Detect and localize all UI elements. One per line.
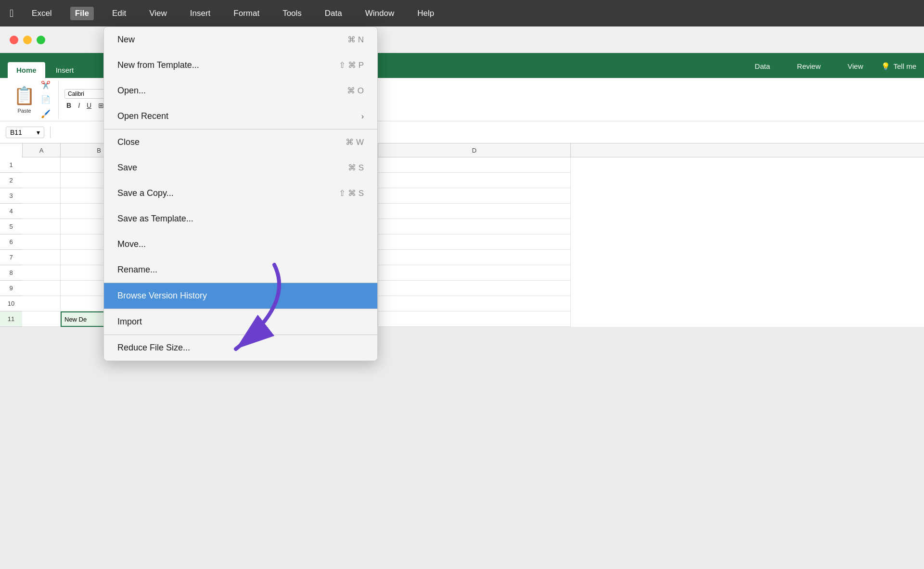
italic-button[interactable]: I: [76, 101, 82, 110]
menubar-help[interactable]: Help: [412, 7, 439, 20]
cell-d10[interactable]: [378, 296, 571, 311]
cell-a7[interactable]: [22, 250, 61, 265]
tab-review[interactable]: Review: [788, 58, 829, 74]
cell-a10[interactable]: [22, 296, 61, 311]
menu-item-save-copy[interactable]: Save a Copy... ⇧ ⌘ S: [104, 181, 377, 206]
traffic-lights: [10, 36, 45, 44]
row-num-7: 7: [0, 250, 22, 265]
menu-item-new[interactable]: New ⌘ N: [104, 27, 377, 52]
cell-d8[interactable]: [378, 265, 571, 281]
cell-a1[interactable]: [22, 157, 61, 173]
copy-button[interactable]: 📄: [39, 94, 52, 105]
menubar-edit[interactable]: Edit: [107, 7, 131, 20]
cell-d5[interactable]: [378, 219, 571, 234]
paste-button[interactable]: 📋 Paste: [13, 86, 35, 114]
format-painter-button[interactable]: 🖌️: [39, 108, 52, 120]
menu-item-save-template[interactable]: Save as Template...: [104, 206, 377, 232]
menu-item-move-label: Move...: [117, 239, 146, 249]
cell-d4[interactable]: [378, 204, 571, 219]
cell-a2[interactable]: [22, 173, 61, 188]
cell-d9[interactable]: [378, 281, 571, 296]
menubar-excel[interactable]: Excel: [27, 7, 57, 20]
underline-button[interactable]: U: [85, 101, 93, 110]
menubar-data[interactable]: Data: [320, 7, 347, 20]
menu-item-rename[interactable]: Rename...: [104, 257, 377, 283]
row-num-8: 8: [0, 265, 22, 281]
cell-d2[interactable]: [378, 173, 571, 188]
cell-a11[interactable]: [22, 311, 61, 327]
row-num-4: 4: [0, 204, 22, 219]
menu-item-import-label: Import: [117, 317, 142, 327]
menu-item-move[interactable]: Move...: [104, 232, 377, 257]
row-num-1: 1: [0, 157, 22, 173]
tab-view[interactable]: View: [839, 58, 872, 74]
maximize-button[interactable]: [37, 36, 45, 44]
cell-a5[interactable]: [22, 219, 61, 234]
menu-item-open-shortcut: ⌘ O: [347, 86, 364, 96]
menu-item-new-template[interactable]: New from Template... ⇧ ⌘ P: [104, 52, 377, 78]
cell-d7[interactable]: [378, 250, 571, 265]
menu-item-save[interactable]: Save ⌘ S: [104, 155, 377, 181]
cell-ref-arrow: ▾: [37, 129, 40, 136]
menu-item-new-label: New: [117, 35, 135, 45]
formula-divider: [50, 127, 51, 138]
menubar-window[interactable]: Window: [360, 7, 399, 20]
menu-item-save-copy-shortcut: ⇧ ⌘ S: [339, 188, 364, 198]
menubar-tools[interactable]: Tools: [278, 7, 307, 20]
cell-a9[interactable]: [22, 281, 61, 296]
tell-me-item[interactable]: 💡 Tell me: [881, 62, 916, 71]
tab-insert[interactable]: Insert: [47, 62, 83, 78]
cell-d3[interactable]: [378, 188, 571, 204]
paste-label: Paste: [17, 108, 31, 114]
tab-home[interactable]: Home: [8, 62, 45, 78]
row-num-2: 2: [0, 173, 22, 188]
menu-item-open-label: Open...: [117, 86, 146, 96]
menu-item-reduce-size[interactable]: Reduce File Size...: [104, 335, 377, 361]
clipboard-icon: 📋: [13, 86, 35, 106]
col-header-d: D: [378, 143, 571, 157]
row-num-5: 5: [0, 219, 22, 234]
row-num-11: 11: [0, 311, 22, 327]
menu-item-browse-history-label: Browse Version History: [117, 291, 207, 301]
menubar-view[interactable]: View: [144, 7, 172, 20]
tab-data[interactable]: Data: [746, 58, 779, 74]
menu-item-new-template-label: New from Template...: [117, 60, 199, 70]
cell-a3[interactable]: [22, 188, 61, 204]
mac-menubar:  Excel File Edit View Insert Format Too…: [0, 0, 924, 26]
menu-item-open[interactable]: Open... ⌘ O: [104, 78, 377, 103]
menu-item-new-template-shortcut: ⇧ ⌘ P: [339, 60, 364, 70]
file-menu: New ⌘ N New from Template... ⇧ ⌘ P Open.…: [103, 26, 378, 361]
tell-me-label: Tell me: [893, 62, 916, 70]
cell-d11[interactable]: [378, 311, 571, 327]
row-num-3: 3: [0, 188, 22, 204]
cell-d1[interactable]: [378, 157, 571, 173]
minimize-button[interactable]: [23, 36, 32, 44]
menu-item-close[interactable]: Close ⌘ W: [104, 129, 377, 155]
cell-d6[interactable]: [378, 234, 571, 250]
menu-item-new-shortcut: ⌘ N: [347, 35, 364, 45]
cell-a4[interactable]: [22, 204, 61, 219]
cell-a8[interactable]: [22, 265, 61, 281]
ribbon-right-tabs: Data Review View 💡 Tell me: [746, 58, 916, 78]
cell-reference-box[interactable]: B11 ▾: [6, 127, 44, 138]
menubar-format[interactable]: Format: [229, 7, 264, 20]
cut-button[interactable]: ✂️: [39, 79, 52, 91]
menu-item-save-template-label: Save as Template...: [117, 214, 193, 224]
apple-icon[interactable]: : [10, 7, 13, 20]
menu-item-rename-label: Rename...: [117, 265, 157, 275]
menu-item-save-shortcut: ⌘ S: [348, 163, 364, 173]
lightbulb-icon: 💡: [881, 62, 890, 71]
menu-item-import[interactable]: Import: [104, 309, 377, 335]
col-header-a: A: [22, 143, 61, 157]
cell-a6[interactable]: [22, 234, 61, 250]
menu-item-open-recent[interactable]: Open Recent ›: [104, 103, 377, 129]
submenu-arrow-icon: ›: [361, 112, 364, 121]
menu-item-browse-history[interactable]: Browse Version History: [104, 283, 377, 309]
close-button[interactable]: [10, 36, 18, 44]
bold-button[interactable]: B: [64, 101, 73, 110]
menubar-insert[interactable]: Insert: [185, 7, 216, 20]
clipboard-group: 📋 Paste ✂️ 📄 🖌️: [8, 80, 59, 119]
row-num-9: 9: [0, 281, 22, 296]
menubar-file[interactable]: File: [70, 7, 94, 20]
row-num-6: 6: [0, 234, 22, 250]
